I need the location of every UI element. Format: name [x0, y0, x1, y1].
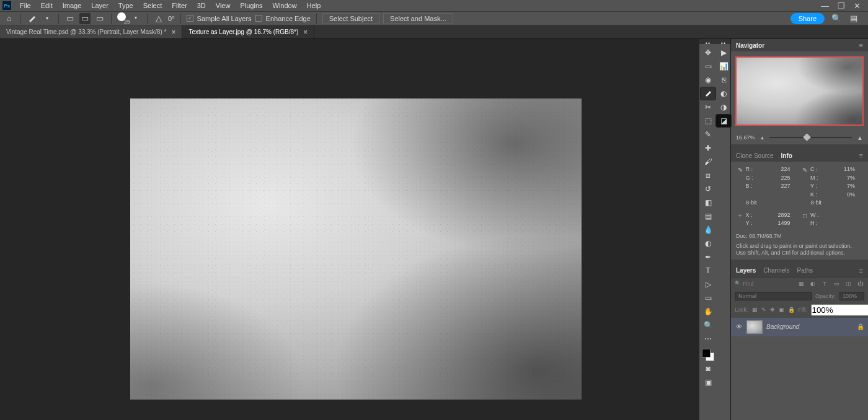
layers-tab[interactable]: Layers: [736, 267, 756, 274]
canvas-image[interactable]: [130, 98, 582, 400]
screen-mode-tool[interactable]: ▣: [701, 376, 715, 388]
workspace-icon[interactable]: ▤: [848, 13, 859, 24]
paths-tab[interactable]: Paths: [797, 267, 813, 274]
subtract-selection-icon[interactable]: ▭: [94, 13, 105, 24]
type-tool[interactable]: T: [701, 265, 715, 277]
canvas-area[interactable]: [0, 39, 699, 420]
panel-handle-icon[interactable]: ••: [706, 40, 711, 46]
lock-image-icon[interactable]: ✎: [761, 306, 766, 313]
clone-stamp-tool[interactable]: ⧈: [701, 169, 715, 182]
frame-tool[interactable]: ⬚: [701, 115, 715, 127]
navigator-panel-header[interactable]: Navigator ≡: [731, 39, 868, 51]
dodge-tool[interactable]: ◐: [701, 237, 715, 250]
blur-tool[interactable]: 💧: [701, 224, 715, 236]
edit-toolbar[interactable]: ⋯: [701, 333, 715, 345]
color-swatches[interactable]: [702, 349, 714, 361]
clone-source-tab[interactable]: Clone Source: [736, 152, 774, 159]
menu-window[interactable]: Window: [268, 1, 302, 11]
menu-type[interactable]: Type: [113, 1, 138, 11]
info-panel-header[interactable]: Clone Source Info ≡: [731, 149, 868, 162]
zoom-tool[interactable]: 🔍: [701, 319, 715, 331]
close-icon[interactable]: ✕: [854, 2, 861, 10]
filter-shape-icon[interactable]: ▭: [832, 279, 841, 288]
zoom-in-icon[interactable]: ▲: [857, 134, 863, 141]
pen-tool[interactable]: ✒: [701, 251, 715, 263]
menu-image[interactable]: Image: [58, 1, 87, 11]
lock-all-icon[interactable]: 🔒: [788, 306, 795, 313]
menu-file[interactable]: File: [15, 1, 36, 11]
filter-adjust-icon[interactable]: ◐: [808, 279, 817, 288]
brush-tool[interactable]: 🖌: [701, 155, 715, 168]
visibility-icon[interactable]: 👁: [735, 323, 743, 330]
styles-panel-icon[interactable]: ◑: [716, 101, 731, 113]
sample-all-layers-checkbox[interactable]: ✓: [187, 15, 193, 22]
document-tab[interactable]: Texture as Layer.jpg @ 16.7% (RGB/8*) ×: [182, 25, 314, 38]
adjustments-panel-icon[interactable]: ◐: [716, 87, 731, 100]
filter-smart-icon[interactable]: ◫: [844, 279, 852, 288]
layer-search-input[interactable]: Find: [735, 281, 794, 287]
gradient-tool[interactable]: ▤: [701, 210, 715, 222]
brush-preview[interactable]: 25 ▾: [117, 12, 141, 25]
zoom-slider[interactable]: [769, 137, 852, 138]
panel-menu-icon[interactable]: ≡: [859, 267, 863, 274]
quick-mask-tool[interactable]: ◙: [701, 362, 715, 375]
hand-tool[interactable]: ✋: [701, 305, 715, 318]
restore-icon[interactable]: ❐: [838, 2, 845, 10]
move-tool[interactable]: ✥: [701, 46, 715, 59]
histogram-panel-icon[interactable]: 📊: [716, 60, 731, 72]
menu-plugins[interactable]: Plugins: [235, 1, 267, 11]
lock-icon[interactable]: 🔒: [857, 323, 864, 330]
eraser-tool[interactable]: ◧: [701, 196, 715, 209]
rectangle-tool[interactable]: ▭: [701, 292, 715, 304]
filter-toggle-icon[interactable]: ⏻: [856, 279, 864, 288]
fill-input[interactable]: [811, 304, 868, 316]
history-brush-tool[interactable]: ↺: [701, 183, 715, 195]
panel-menu-icon[interactable]: ≡: [859, 152, 863, 159]
enhance-edge-checkbox[interactable]: [255, 15, 262, 22]
chevron-down-icon[interactable]: ▾: [130, 12, 141, 24]
layers-panel-header[interactable]: Layers Channels Paths ≡: [731, 265, 868, 277]
menu-filter[interactable]: Filter: [167, 1, 192, 11]
marquee-tool[interactable]: ▭: [701, 60, 715, 72]
lock-artboard-icon[interactable]: ▣: [779, 306, 784, 313]
libraries-panel-icon[interactable]: ◪: [716, 115, 731, 127]
menu-select[interactable]: Select: [138, 1, 167, 11]
new-selection-icon[interactable]: ▭: [64, 13, 76, 24]
properties-panel-icon[interactable]: ⎘: [716, 74, 731, 86]
eyedropper-tool[interactable]: ✎: [701, 128, 715, 141]
layer-row[interactable]: 👁 Background 🔒: [731, 318, 868, 336]
menu-view[interactable]: View: [211, 1, 236, 11]
navigator-tab[interactable]: Navigator: [736, 42, 764, 49]
layer-name[interactable]: Background: [766, 323, 853, 330]
minimize-icon[interactable]: —: [821, 2, 829, 10]
filter-type-icon[interactable]: T: [820, 279, 829, 288]
tool-preset-icon[interactable]: [27, 13, 38, 24]
filter-pixel-icon[interactable]: ▦: [797, 279, 805, 288]
menu-edit[interactable]: Edit: [36, 1, 58, 11]
lock-position-icon[interactable]: ✥: [770, 306, 775, 313]
crop-tool[interactable]: ✂: [701, 101, 715, 113]
zoom-value[interactable]: 16.67%: [736, 134, 755, 141]
menu-3d[interactable]: 3D: [192, 1, 211, 11]
document-tab[interactable]: Vintage Real Time.psd @ 33.3% (Portrait,…: [0, 25, 182, 38]
channels-tab[interactable]: Channels: [763, 267, 789, 274]
share-button[interactable]: Share: [790, 13, 825, 24]
panel-menu-icon[interactable]: ≡: [859, 42, 863, 49]
layer-thumbnail[interactable]: [746, 320, 763, 334]
opacity-input[interactable]: [839, 292, 864, 300]
path-selection-tool[interactable]: ▷: [701, 278, 715, 291]
close-icon[interactable]: ×: [171, 28, 175, 37]
select-and-mask-button[interactable]: Select and Mask...: [383, 13, 453, 24]
healing-brush-tool[interactable]: ✚: [701, 142, 715, 154]
info-tab[interactable]: Info: [781, 152, 792, 159]
search-icon[interactable]: 🔍: [831, 13, 842, 24]
angle-value[interactable]: 0°: [168, 15, 175, 22]
quick-selection-tool[interactable]: [701, 87, 715, 100]
select-subject-button[interactable]: Select Subject: [322, 13, 379, 24]
menu-help[interactable]: Help: [302, 1, 326, 11]
foreground-color[interactable]: [702, 349, 711, 357]
close-icon[interactable]: ×: [303, 28, 308, 37]
menu-layer[interactable]: Layer: [86, 1, 113, 11]
navigator-thumbnail[interactable]: [735, 56, 864, 126]
chevron-down-icon[interactable]: ▾: [42, 13, 53, 24]
